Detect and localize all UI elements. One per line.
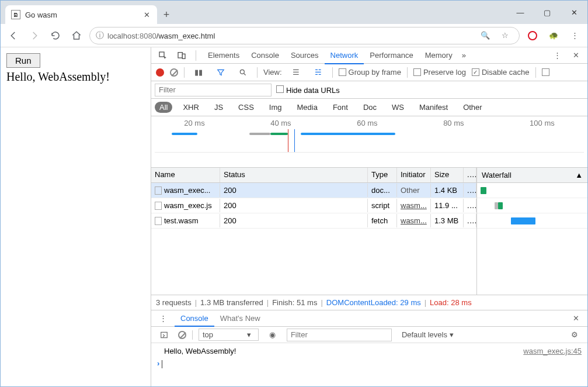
type-filter-bar: AllXHRJSCSSImgMediaFontDocWSManifestOthe… [151,99,587,116]
offline-checkbox[interactable] [542,68,549,76]
col-type[interactable]: Type [368,168,397,182]
type-filter-js[interactable]: JS [210,102,228,113]
address-bar[interactable]: ⓘ localhost:8080/wasm_exec.html 🔍 ☆ [89,27,520,44]
device-toggle-icon[interactable] [173,47,190,64]
page-icon: 🗎 [11,10,20,19]
drawer-tab-what-s-new[interactable]: What's New [214,311,266,326]
close-drawer-icon[interactable]: ✕ [568,310,584,327]
page-content: Run Hello, WebAssembly! [1,47,151,386]
close-devtools-icon[interactable]: ✕ [568,47,584,64]
site-info-icon[interactable]: ⓘ [96,30,104,41]
extension-ublock-icon[interactable] [524,27,541,44]
devtools-drawer: ⋮ ConsoleWhat's New ✕ top ▾ ◉ Default le… [151,310,587,386]
devtools-menu-icon[interactable]: ⋮ [549,47,565,64]
console-settings-icon[interactable]: ⚙ [566,327,583,343]
waterfall-view-icon[interactable]: ☵ [310,64,326,81]
type-filter-xhr[interactable]: XHR [178,102,203,113]
svg-rect-2 [182,54,185,58]
col-initiator[interactable]: Initiator [397,168,431,182]
console-message: Hello, WebAssembly! [164,347,236,355]
window-titlebar: 🗎 Go wasm ✕ + — ▢ ✕ [1,1,587,24]
console-source-link[interactable]: wasm_exec.js:45 [523,347,582,355]
console-filter-input[interactable] [287,329,392,341]
context-selector[interactable]: top ▾ [199,329,259,341]
hide-data-urls-checkbox[interactable]: Hide data URLs [276,85,340,95]
type-filter-img[interactable]: Img [265,102,287,113]
overview-timeline[interactable]: 20 ms40 ms60 ms80 ms100 ms [151,116,587,168]
request-row[interactable]: wasm_exec.js200scriptwasm...11.9 ...... [151,198,476,213]
drawer-menu-icon[interactable]: ⋮ [155,310,171,327]
devtools-tab-elements[interactable]: Elements [202,47,245,63]
close-tab-icon[interactable]: ✕ [142,11,151,19]
console-caret[interactable] [162,360,162,368]
waterfall-row[interactable] [477,183,587,198]
filter-toggle-icon[interactable] [213,64,229,81]
toolbar: ⓘ localhost:8080/wasm_exec.html 🔍 ☆ 🐢 ⋮ [1,24,587,47]
large-rows-icon[interactable]: ☰ [288,64,304,81]
network-toolbar: ▮▮ View: ☰ ☵ Group by frame Preserve log… [151,64,587,81]
devtools-tabbar: ElementsConsoleSourcesNetworkPerformance… [151,47,587,64]
sort-icon: ▲ [575,171,583,179]
chrome-menu-icon[interactable]: ⋮ [566,27,583,44]
type-filter-media[interactable]: Media [292,102,322,113]
col-status[interactable]: Status [220,168,368,182]
request-row[interactable]: test.wasm200fetchwasm...1.3 MB... [151,213,476,229]
run-button[interactable]: Run [6,53,40,68]
file-icon [155,202,162,210]
preserve-log-checkbox[interactable]: Preserve log [413,68,466,77]
devtools-tab-memory[interactable]: Memory [419,47,458,63]
type-filter-manifest[interactable]: Manifest [415,102,453,113]
disable-cache-checkbox[interactable]: Disable cache [472,68,530,77]
log-levels-selector[interactable]: Default levels ▾ [398,329,458,341]
waterfall-row[interactable] [477,198,587,213]
console-sidebar-icon[interactable] [156,327,172,343]
request-row[interactable]: wasm_exec...200doc...Other1.4 KB... [151,183,476,198]
col-waterfall[interactable]: Waterfall▲ [477,168,587,183]
inspect-element-icon[interactable] [155,47,171,64]
filter-input[interactable] [155,84,272,96]
waterfall-row[interactable] [477,213,587,229]
col-name[interactable]: Name [151,168,220,182]
minimize-button[interactable]: — [507,3,534,22]
back-button[interactable] [5,27,22,44]
page-text: Hello, WebAssembly! [6,70,145,84]
search-icon[interactable] [235,64,251,81]
type-filter-font[interactable]: Font [328,102,353,113]
maximize-button[interactable]: ▢ [534,3,561,22]
devtools-tab-performance[interactable]: Performance [364,47,419,63]
clear-console-icon[interactable] [178,331,186,339]
drawer-tab-console[interactable]: Console [175,311,214,327]
devtools-tab-network[interactable]: Network [325,47,364,64]
network-requests-table: Name Status Type Initiator Size ... wasm… [151,168,587,295]
extension-icon[interactable]: 🐢 [545,27,562,44]
url-text: localhost:8080/wasm_exec.html [107,30,474,40]
new-tab-button[interactable]: + [157,5,176,24]
console-output[interactable]: Hello, WebAssembly! wasm_exec.js:45 › [151,343,587,386]
group-by-frame-checkbox[interactable]: Group by frame [339,68,401,77]
home-button[interactable] [68,27,85,44]
summary-transferred: 1.3 MB transferred [200,298,263,307]
col-size[interactable]: Size [431,168,464,182]
type-filter-doc[interactable]: Doc [359,102,381,113]
eye-icon[interactable]: ◉ [265,327,281,343]
type-filter-css[interactable]: CSS [234,102,259,113]
zoom-icon[interactable]: 🔍 [477,27,493,44]
type-filter-all[interactable]: All [155,102,172,113]
type-filter-ws[interactable]: WS [387,102,409,113]
tab-title: Go wasm [25,11,137,19]
clear-button[interactable] [170,68,178,77]
camera-icon[interactable]: ▮▮ [190,64,207,81]
record-button[interactable] [156,68,164,77]
reload-button[interactable] [47,27,64,44]
more-tabs-icon[interactable]: » [462,51,466,60]
svg-point-3 [240,70,244,74]
col-more[interactable]: ... [464,168,476,182]
summary-finish: Finish: 51 ms [272,298,317,307]
devtools-tab-console[interactable]: Console [245,47,285,63]
close-window-button[interactable]: ✕ [561,3,587,22]
devtools-tab-sources[interactable]: Sources [285,47,325,63]
bookmark-icon[interactable]: ☆ [497,27,513,44]
browser-tab[interactable]: 🗎 Go wasm ✕ [5,5,157,24]
type-filter-other[interactable]: Other [458,102,487,113]
forward-button[interactable] [26,27,43,44]
